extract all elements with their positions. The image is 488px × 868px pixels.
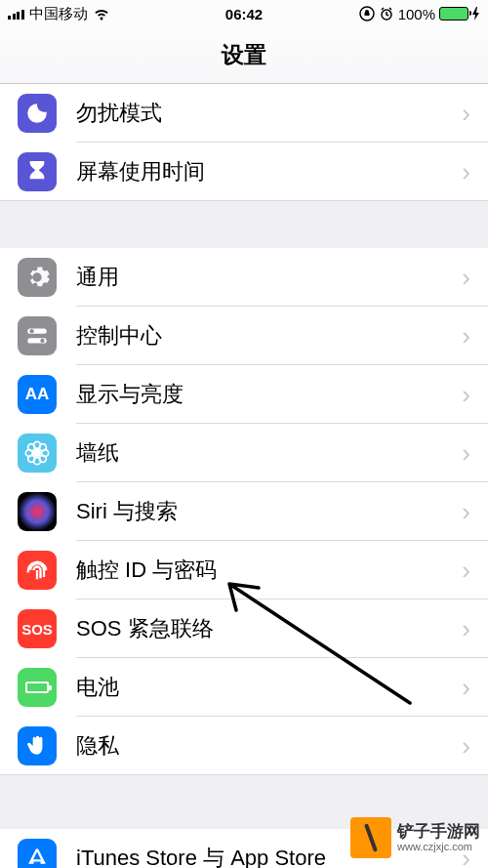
row-do-not-disturb[interactable]: 勿扰模式 › (0, 84, 488, 143)
row-label: 屏幕使用时间 (76, 157, 462, 186)
svg-point-2 (34, 274, 41, 281)
nav-header: 设置 (0, 27, 488, 84)
chevron-right-icon: › (462, 614, 470, 644)
row-control-center[interactable]: 控制中心 › (0, 307, 488, 365)
watermark-logo (350, 817, 391, 858)
row-label: 显示与亮度 (76, 380, 462, 409)
alarm-icon (379, 6, 394, 21)
row-label: 通用 (76, 263, 462, 292)
row-siri-search[interactable]: Siri 与搜索 › (0, 482, 488, 541)
battery-percent: 100% (398, 6, 435, 22)
chevron-right-icon: › (462, 731, 470, 762)
flower-icon (18, 434, 57, 473)
row-label: 触控 ID 与密码 (76, 556, 462, 585)
sos-icon: SOS (18, 609, 57, 648)
wifi-icon (93, 7, 110, 21)
row-label: 墙纸 (76, 438, 462, 468)
clock: 06:42 (225, 6, 263, 22)
row-label: 电池 (76, 673, 462, 702)
hourglass-icon (18, 152, 57, 191)
toggles-icon (18, 316, 57, 355)
row-label: 隐私 (76, 731, 462, 761)
row-sos[interactable]: SOS SOS 紧急联络 › (0, 599, 488, 658)
chevron-right-icon: › (462, 157, 470, 187)
moon-icon (18, 94, 57, 133)
row-label: SOS 紧急联络 (76, 614, 462, 643)
orientation-lock-icon (359, 6, 375, 21)
row-privacy[interactable]: 隐私 › (0, 717, 488, 775)
chevron-right-icon: › (462, 321, 470, 351)
row-display-brightness[interactable]: AA 显示与亮度 › (0, 365, 488, 424)
svg-point-6 (40, 339, 44, 343)
appstore-icon (18, 839, 57, 868)
status-right: 100% (359, 6, 480, 22)
row-label: 控制中心 (76, 321, 462, 351)
row-label: 勿扰模式 (76, 99, 462, 128)
siri-icon (18, 492, 57, 531)
chevron-right-icon: › (462, 556, 470, 586)
page-title: 设置 (222, 40, 266, 70)
battery-icon (439, 7, 468, 21)
settings-group-2: 通用 › 控制中心 › AA 显示与亮度 › 墙纸 › Siri 与搜索 › 触… (0, 248, 488, 775)
row-label: Siri 与搜索 (76, 497, 462, 526)
row-battery[interactable]: 电池 › (0, 658, 488, 717)
watermark: 铲子手游网 www.czjxjc.com (350, 817, 480, 858)
row-touch-id-passcode[interactable]: 触控 ID 与密码 › (0, 541, 488, 599)
chevron-right-icon: › (462, 380, 470, 410)
status-bar: 中国移动 06:42 100% (0, 0, 488, 27)
chevron-right-icon: › (462, 438, 470, 469)
carrier-label: 中国移动 (29, 5, 88, 23)
section-gap (0, 201, 488, 248)
fingerprint-icon (18, 551, 57, 590)
row-general[interactable]: 通用 › (0, 248, 488, 307)
battery-icon (18, 668, 57, 707)
chevron-right-icon: › (462, 99, 470, 129)
row-wallpaper[interactable]: 墙纸 › (0, 424, 488, 482)
svg-point-7 (34, 450, 41, 457)
svg-point-4 (29, 329, 33, 333)
chevron-right-icon: › (462, 497, 470, 527)
row-screen-time[interactable]: 屏幕使用时间 › (0, 143, 488, 201)
chevron-right-icon: › (462, 673, 470, 703)
chevron-right-icon: › (462, 263, 470, 293)
text-size-icon: AA (18, 375, 57, 414)
watermark-name: 铲子手游网 (397, 823, 480, 842)
watermark-url: www.czjxjc.com (397, 841, 480, 852)
gear-icon (18, 258, 57, 297)
status-left: 中国移动 (8, 5, 110, 23)
hand-icon (18, 726, 57, 765)
signal-icon (8, 8, 24, 20)
charging-icon (472, 7, 480, 21)
settings-group-1: 勿扰模式 › 屏幕使用时间 › (0, 84, 488, 201)
